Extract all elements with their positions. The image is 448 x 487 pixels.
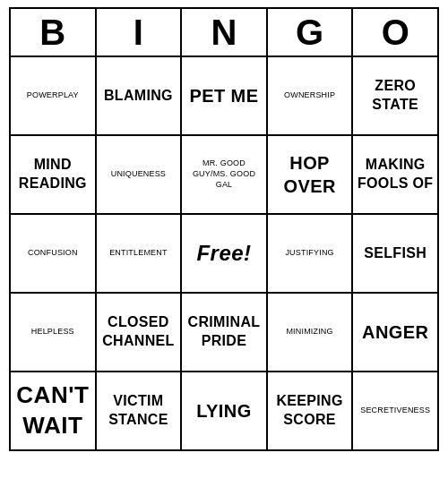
bingo-cell-r0-c0: POWERPLAY — [11, 57, 97, 136]
bingo-cell-r3-c1: CLOSED CHANNEL — [97, 294, 183, 372]
bingo-cell-r2-c2: Free! — [182, 215, 268, 294]
cell-label: LYING — [196, 399, 251, 423]
cell-label: CONFUSION — [28, 248, 78, 259]
cell-label: CAN'T WAIT — [14, 380, 91, 441]
bingo-cell-r4-c3: KEEPING SCORE — [268, 372, 354, 451]
header-letter: O — [353, 9, 439, 57]
bingo-cell-r4-c4: SECRETIVENESS — [353, 372, 439, 451]
cell-label: MIND READING — [14, 156, 91, 193]
cell-label: OWNERSHIP — [284, 90, 335, 101]
cell-label: UNIQUENESS — [111, 169, 166, 180]
bingo-cell-r1-c0: MIND READING — [11, 136, 97, 215]
cell-label: VICTIM STANCE — [100, 392, 177, 430]
bingo-cell-r4-c2: LYING — [182, 372, 268, 451]
bingo-cell-r2-c3: JUSTIFYING — [268, 215, 354, 294]
bingo-cell-r1-c2: MR. GOOD GUY/MS. GOOD GAL — [182, 136, 268, 215]
cell-label: MINIMIZING — [286, 327, 332, 337]
header-letter: I — [97, 9, 183, 57]
bingo-cell-r3-c2: CRIMINAL PRIDE — [182, 294, 268, 372]
bingo-cell-r2-c4: SELFISH — [353, 215, 439, 294]
cell-label: BLAMING — [104, 87, 173, 106]
bingo-card: BINGO POWERPLAYBLAMINGPET MEOWNERSHIPZER… — [9, 7, 439, 451]
cell-label: ENTITLEMENT — [109, 248, 167, 259]
cell-label: SECRETIVENESS — [360, 406, 430, 416]
bingo-cell-r4-c1: VICTIM STANCE — [97, 372, 183, 451]
cell-label: MAKING FOOLS OF — [357, 156, 434, 193]
cell-label: JUSTIFYING — [285, 248, 333, 259]
cell-label: HELPLESS — [31, 327, 74, 337]
bingo-cell-r0-c2: PET ME — [182, 57, 268, 136]
bingo-cell-r0-c1: BLAMING — [97, 57, 183, 136]
bingo-cell-r2-c0: CONFUSION — [11, 215, 97, 294]
bingo-cell-r3-c4: ANGER — [353, 294, 439, 372]
bingo-grid: POWERPLAYBLAMINGPET MEOWNERSHIPZERO STAT… — [9, 57, 439, 451]
cell-label: Free! — [196, 239, 251, 267]
bingo-cell-r3-c0: HELPLESS — [11, 294, 97, 372]
cell-label: KEEPING SCORE — [271, 392, 349, 430]
header-letter: N — [182, 9, 268, 57]
cell-label: MR. GOOD GUY/MS. GOOD GAL — [185, 158, 263, 190]
bingo-cell-r1-c4: MAKING FOOLS OF — [353, 136, 439, 215]
bingo-cell-r2-c1: ENTITLEMENT — [97, 215, 183, 294]
bingo-cell-r0-c3: OWNERSHIP — [268, 57, 354, 136]
cell-label: HOP OVER — [271, 151, 349, 198]
bingo-cell-r4-c0: CAN'T WAIT — [11, 372, 97, 451]
cell-label: ZERO STATE — [357, 77, 434, 115]
bingo-cell-r1-c3: HOP OVER — [268, 136, 354, 215]
cell-label: CRIMINAL PRIDE — [185, 313, 263, 351]
bingo-header: BINGO — [9, 7, 439, 57]
header-letter: G — [268, 9, 354, 57]
cell-label: CLOSED CHANNEL — [100, 313, 177, 351]
bingo-cell-r0-c4: ZERO STATE — [353, 57, 439, 136]
cell-label: PET ME — [190, 84, 259, 107]
bingo-cell-r3-c3: MINIMIZING — [268, 294, 354, 372]
cell-label: POWERPLAY — [27, 90, 79, 101]
cell-label: SELFISH — [364, 244, 426, 263]
cell-label: ANGER — [362, 320, 428, 344]
header-letter: B — [11, 9, 97, 57]
bingo-cell-r1-c1: UNIQUENESS — [97, 136, 183, 215]
